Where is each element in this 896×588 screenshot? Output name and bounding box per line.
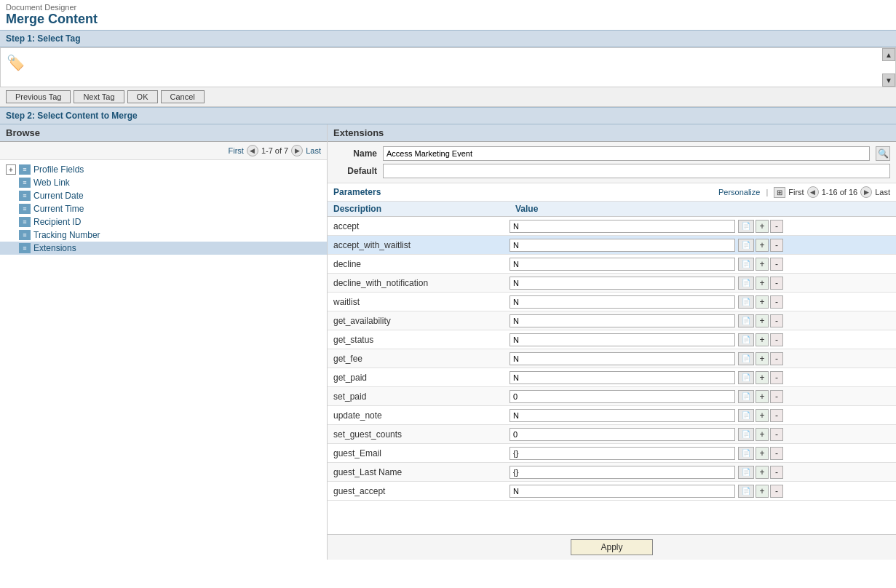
- tree-label: Current Date: [33, 191, 84, 201]
- param-desc: update_note: [333, 410, 510, 421]
- param-minus-button[interactable]: -: [770, 352, 783, 365]
- param-minus-button[interactable]: -: [770, 239, 783, 252]
- param-value-input[interactable]: [510, 371, 735, 384]
- param-minus-button[interactable]: -: [770, 314, 783, 327]
- param-value-input[interactable]: [510, 295, 735, 309]
- param-minus-button[interactable]: -: [770, 466, 783, 479]
- previous-tag-button[interactable]: Previous Tag: [6, 90, 71, 103]
- param-icon-button[interactable]: 📄: [738, 220, 754, 233]
- param-icon-button[interactable]: 📄: [738, 333, 754, 346]
- param-plus-button[interactable]: +: [756, 390, 769, 403]
- param-plus-button[interactable]: +: [756, 314, 769, 327]
- tree-item-extensions[interactable]: ≡ Extensions: [0, 242, 327, 255]
- tree-item-web-link[interactable]: ≡ Web Link: [0, 176, 327, 189]
- param-row: guest_Email📄+-: [328, 444, 896, 463]
- param-value-input[interactable]: [510, 314, 735, 327]
- param-row: guest_Last Name📄+-: [328, 463, 896, 482]
- param-value-input[interactable]: [510, 220, 735, 233]
- param-plus-button[interactable]: +: [756, 371, 769, 384]
- param-icon-button[interactable]: 📄: [738, 447, 754, 460]
- param-icon-button[interactable]: 📄: [738, 277, 754, 290]
- params-next-arrow[interactable]: ▶: [860, 186, 872, 198]
- tree-item-tracking-number[interactable]: ≡ Tracking Number: [0, 229, 327, 242]
- param-value-input[interactable]: [510, 428, 735, 441]
- tag-scroll-down[interactable]: ▼: [882, 74, 895, 87]
- apply-button[interactable]: Apply: [571, 539, 652, 555]
- ok-button[interactable]: OK: [127, 90, 158, 103]
- param-value-input[interactable]: [510, 485, 735, 498]
- param-icon-button[interactable]: 📄: [738, 409, 754, 422]
- main-content: Browse First ◀ 1-7 of 7 ▶ Last + ≡ Profi…: [0, 124, 896, 560]
- param-plus-button[interactable]: +: [756, 466, 769, 479]
- param-minus-button[interactable]: -: [770, 258, 783, 271]
- param-value-input[interactable]: [510, 352, 735, 365]
- default-row: Default: [333, 164, 890, 178]
- params-last-link[interactable]: Last: [875, 188, 890, 196]
- param-plus-button[interactable]: +: [756, 333, 769, 346]
- param-icon-button[interactable]: 📄: [738, 390, 754, 403]
- param-icon-button[interactable]: 📄: [738, 485, 754, 498]
- default-input[interactable]: [383, 164, 890, 178]
- param-minus-button[interactable]: -: [770, 485, 783, 498]
- browse-prev-arrow[interactable]: ◀: [247, 145, 258, 156]
- browse-next-arrow[interactable]: ▶: [291, 145, 303, 156]
- tag-icon: 🏷️: [7, 54, 25, 71]
- param-plus-button[interactable]: +: [756, 258, 769, 271]
- browse-first-link[interactable]: First: [229, 146, 244, 155]
- param-value-input[interactable]: [510, 447, 735, 460]
- page-title: Merge Content: [6, 12, 890, 27]
- browse-title: Browse: [0, 124, 327, 142]
- param-icon-button[interactable]: 📄: [738, 314, 754, 327]
- param-minus-button[interactable]: -: [770, 447, 783, 460]
- params-first-link[interactable]: First: [788, 188, 804, 196]
- param-minus-button[interactable]: -: [770, 295, 783, 309]
- param-plus-button[interactable]: +: [756, 485, 769, 498]
- tag-scroll-up[interactable]: ▲: [882, 48, 895, 61]
- param-icon-button[interactable]: 📄: [738, 239, 754, 252]
- param-icon-button[interactable]: 📄: [738, 428, 754, 441]
- name-search-button[interactable]: 🔍: [876, 146, 890, 161]
- param-value-input[interactable]: [510, 239, 735, 252]
- tree-item-current-time[interactable]: ≡ Current Time: [0, 202, 327, 215]
- param-desc: get_paid: [333, 373, 510, 383]
- param-plus-button[interactable]: +: [756, 220, 769, 233]
- param-minus-button[interactable]: -: [770, 428, 783, 441]
- browse-last-link[interactable]: Last: [306, 146, 321, 155]
- name-input[interactable]: [383, 146, 870, 161]
- personalize-link[interactable]: Personalize: [718, 188, 760, 196]
- param-plus-button[interactable]: +: [756, 428, 769, 441]
- param-value-input[interactable]: [510, 258, 735, 271]
- param-icon-button[interactable]: 📄: [738, 295, 754, 309]
- param-plus-button[interactable]: +: [756, 409, 769, 422]
- param-minus-button[interactable]: -: [770, 371, 783, 384]
- param-value-input[interactable]: [510, 466, 735, 479]
- param-value-input[interactable]: [510, 390, 735, 403]
- param-minus-button[interactable]: -: [770, 409, 783, 422]
- param-icon-button[interactable]: 📄: [738, 258, 754, 271]
- param-icon-button[interactable]: 📄: [738, 371, 754, 384]
- param-plus-button[interactable]: +: [756, 352, 769, 365]
- param-plus-button[interactable]: +: [756, 277, 769, 290]
- tree-item-recipient-id[interactable]: ≡ Recipient ID: [0, 215, 327, 229]
- param-plus-button[interactable]: +: [756, 239, 769, 252]
- param-value-input[interactable]: [510, 409, 735, 422]
- params-prev-arrow[interactable]: ◀: [807, 186, 819, 198]
- param-value-input[interactable]: [510, 333, 735, 346]
- next-tag-button[interactable]: Next Tag: [74, 90, 124, 103]
- param-minus-button[interactable]: -: [770, 220, 783, 233]
- param-icon-button[interactable]: 📄: [738, 466, 754, 479]
- param-minus-button[interactable]: -: [770, 333, 783, 346]
- param-icon-button[interactable]: 📄: [738, 352, 754, 365]
- params-range: 1-16 of 16: [822, 188, 858, 196]
- tree-item-profile-fields[interactable]: + ≡ Profile Fields: [0, 163, 327, 176]
- param-minus-button[interactable]: -: [770, 277, 783, 290]
- view-icon-button[interactable]: ⊞: [774, 187, 785, 198]
- param-minus-button[interactable]: -: [770, 390, 783, 403]
- param-desc: set_paid: [333, 392, 510, 402]
- cancel-button[interactable]: Cancel: [161, 90, 205, 103]
- tree-item-current-date[interactable]: ≡ Current Date: [0, 189, 327, 202]
- param-plus-button[interactable]: +: [756, 295, 769, 309]
- param-value-input[interactable]: [510, 277, 735, 290]
- param-plus-button[interactable]: +: [756, 447, 769, 460]
- param-desc: guest_Email: [333, 448, 510, 458]
